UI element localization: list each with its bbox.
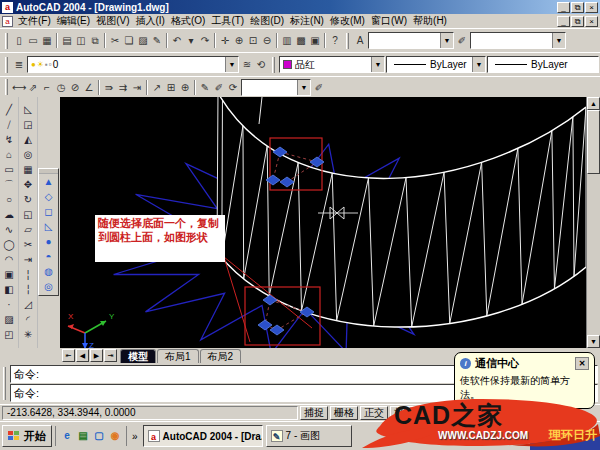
explorer-icon[interactable]: ▢ xyxy=(92,429,106,443)
menu-dimension[interactable]: 标注(N) xyxy=(287,14,327,28)
menu-file[interactable]: 文件(F) xyxy=(15,14,54,28)
toolbar-grip[interactable] xyxy=(5,57,8,73)
scale-icon[interactable]: ◱ xyxy=(20,207,36,222)
menu-view[interactable]: 视图(V) xyxy=(93,14,132,28)
baseline-dimension-icon[interactable]: ⇉ xyxy=(116,80,130,95)
make-layer-current-icon[interactable]: ≋ xyxy=(240,57,254,72)
copy-clip-icon[interactable]: ❏ xyxy=(122,33,136,48)
menu-insert[interactable]: 插入(I) xyxy=(132,14,167,28)
chevron-down-icon[interactable]: ▼ xyxy=(371,57,384,72)
mirror-icon[interactable]: ◭ xyxy=(20,132,36,147)
construction-line-icon[interactable]: ⧸ xyxy=(1,117,17,132)
taskbar-autocad-task[interactable]: a AutoCAD 2004 - [Dra... xyxy=(143,425,263,447)
close-button[interactable]: × xyxy=(585,2,598,13)
doc-close-button[interactable]: × xyxy=(585,16,598,27)
dimension-style-combo[interactable]: ▼ xyxy=(241,79,311,96)
extend-icon[interactable]: ⇥ xyxy=(20,252,36,267)
aligned-dimension-icon[interactable]: ⇗ xyxy=(26,80,40,95)
scroll-up-icon[interactable]: ▲ xyxy=(587,97,600,110)
system-tray[interactable] xyxy=(530,434,600,450)
redo-icon[interactable]: ↷ xyxy=(198,33,212,48)
3d-face-icon[interactable]: ◇ xyxy=(41,189,57,204)
hatch-icon[interactable]: ▨ xyxy=(1,312,17,327)
point-icon[interactable]: · xyxy=(1,297,17,312)
make-block-icon[interactable]: ◧ xyxy=(1,282,17,297)
chevron-down-icon[interactable]: ▼ xyxy=(440,33,453,48)
zoom-previous-icon[interactable]: ⊖ xyxy=(260,33,274,48)
minimize-button[interactable]: _ xyxy=(557,2,570,13)
stretch-icon[interactable]: ▱ xyxy=(20,222,36,237)
dimension-edit-icon[interactable]: ✎ xyxy=(198,80,212,95)
sphere-surface-icon[interactable]: ● xyxy=(41,234,57,249)
restore-button[interactable]: ⧉ xyxy=(571,2,584,13)
tolerance-icon[interactable]: ⊞ xyxy=(164,80,178,95)
menu-edit[interactable]: 编辑(E) xyxy=(54,14,93,28)
doc-restore-button[interactable]: ⧉ xyxy=(571,16,584,27)
linear-dimension-icon[interactable]: ⟷ xyxy=(12,80,26,95)
text-style-combo[interactable]: ▼ xyxy=(368,32,454,49)
plot-icon[interactable]: ▤ xyxy=(60,33,74,48)
tab-prev-button[interactable]: ◀ xyxy=(76,349,89,362)
cut-icon[interactable]: ✂ xyxy=(108,33,122,48)
properties-icon[interactable]: ▥ xyxy=(280,33,294,48)
rectangle-icon[interactable]: ▭ xyxy=(1,162,17,177)
radius-dimension-icon[interactable]: ◷ xyxy=(54,80,68,95)
menu-tools[interactable]: 工具(T) xyxy=(208,14,247,28)
chevron-down-icon[interactable]: ▼ xyxy=(225,57,238,72)
trim-icon[interactable]: ✂ xyxy=(20,237,36,252)
polygon-icon[interactable]: ⌂ xyxy=(1,147,17,162)
continue-dimension-icon[interactable]: ⇥ xyxy=(130,80,144,95)
rotate-icon[interactable]: ↻ xyxy=(20,192,36,207)
zoom-window-icon[interactable]: ⊡ xyxy=(246,33,260,48)
layer-manager-icon[interactable]: ≣ xyxy=(12,57,26,72)
start-button[interactable]: 开始 xyxy=(2,425,52,447)
menu-draw[interactable]: 绘图(D) xyxy=(247,14,287,28)
2d-solid-icon[interactable]: ▲ xyxy=(41,174,57,189)
tab-next-button[interactable]: ▶ xyxy=(90,349,103,362)
balloon-link[interactable]: 单击此处。 xyxy=(460,403,510,414)
toggle-grid[interactable]: 栅格 xyxy=(330,406,358,420)
new-file-icon[interactable]: ▯ xyxy=(12,33,26,48)
angular-dimension-icon[interactable]: ∠ xyxy=(82,80,96,95)
polyline-icon[interactable]: ↯ xyxy=(1,132,17,147)
drawing-canvas[interactable]: XYZ 随便选择底面一个，复制到圆柱上面，如图形状 xyxy=(60,97,586,348)
fillet-icon[interactable]: ◜ xyxy=(20,312,36,327)
spline-icon[interactable]: ∿ xyxy=(1,222,17,237)
toolbar-grip[interactable] xyxy=(346,33,349,49)
show-desktop-icon[interactable]: ▤ xyxy=(76,429,90,443)
toggle-snap[interactable]: 捕捉 xyxy=(300,406,328,420)
explode-icon[interactable]: ✳ xyxy=(20,327,36,342)
scroll-down-icon[interactable]: ▼ xyxy=(587,335,600,348)
circle-icon[interactable]: ○ xyxy=(1,192,17,207)
offset-icon[interactable]: ◎ xyxy=(20,147,36,162)
pan-icon[interactable]: ✛ xyxy=(218,33,232,48)
text-style-icon[interactable]: A xyxy=(353,33,367,48)
doc-minimize-button[interactable]: _ xyxy=(557,16,570,27)
balloon-close-icon[interactable]: ✕ xyxy=(575,357,589,370)
tab-layout1[interactable]: 布局1 xyxy=(157,349,199,363)
tab-model[interactable]: 模型 xyxy=(120,349,156,363)
dim-style-edit-icon[interactable]: ✐ xyxy=(312,80,326,95)
toolbar-grip[interactable] xyxy=(272,57,275,73)
line-icon[interactable]: ╱ xyxy=(1,102,17,117)
wedge-surface-icon[interactable]: ◺ xyxy=(41,219,57,234)
ellipse-arc-icon[interactable]: ◠ xyxy=(1,252,17,267)
help-icon[interactable]: ? xyxy=(328,33,342,48)
ellipse-icon[interactable]: ◯ xyxy=(1,237,17,252)
chevron-down-icon[interactable]: ▼ xyxy=(472,57,485,72)
toggle-polar[interactable]: 极轴 xyxy=(390,406,418,420)
undo-dropdown-icon[interactable]: ▾ xyxy=(184,33,198,48)
color-combo[interactable]: 品红 ▼ xyxy=(279,56,385,73)
tab-layout2[interactable]: 布局2 xyxy=(200,349,242,363)
toolbar-grip[interactable] xyxy=(5,33,8,49)
scroll-thumb[interactable] xyxy=(587,110,600,174)
paste-icon[interactable]: ▨ xyxy=(136,33,150,48)
chevron-down-icon[interactable]: ▼ xyxy=(552,33,565,48)
tab-last-button[interactable]: ⇥ xyxy=(104,349,117,362)
toggle-ortho[interactable]: 正交 xyxy=(360,406,388,420)
center-mark-icon[interactable]: ⊕ xyxy=(178,80,192,95)
lineweight-combo[interactable]: ByLayer xyxy=(487,56,599,73)
open-file-icon[interactable]: ▭ xyxy=(26,33,40,48)
dim-style-icon[interactable]: ✐ xyxy=(455,33,469,48)
chamfer-icon[interactable]: ◿ xyxy=(20,297,36,312)
